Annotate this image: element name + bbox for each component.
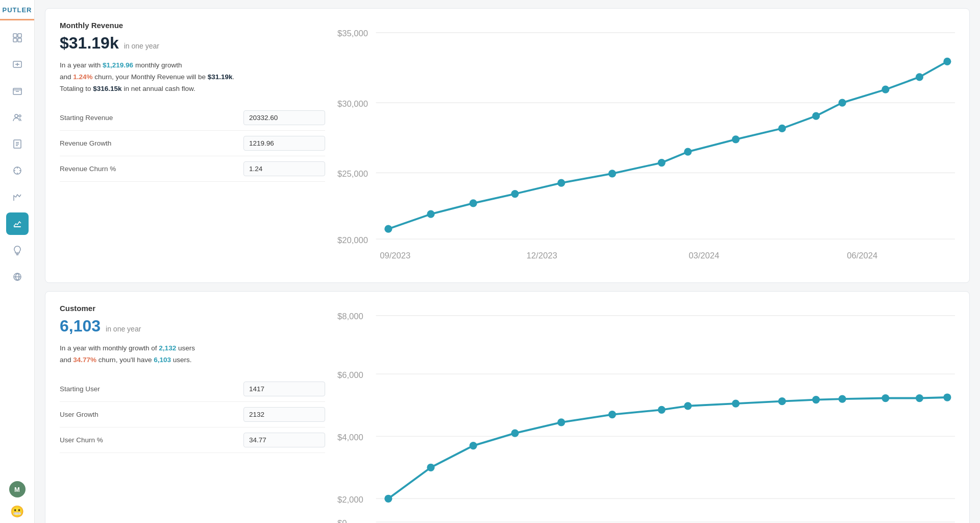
svg-text:$20,000: $20,000	[337, 235, 368, 245]
insights-icon[interactable]	[6, 239, 29, 262]
app-logo: PUTLER	[0, 0, 34, 20]
revenue-card-left: Monthly Revenue $31.19k in one year In a…	[60, 21, 325, 270]
svg-point-24	[557, 179, 565, 187]
svg-point-21	[427, 210, 434, 218]
starting-revenue-label: Starting Revenue	[60, 114, 243, 122]
reports-icon[interactable]	[6, 133, 29, 155]
user-growth-input[interactable]	[243, 407, 325, 422]
svg-point-26	[658, 159, 666, 167]
svg-point-53	[557, 418, 565, 426]
svg-text:$35,000: $35,000	[337, 29, 368, 38]
customer-chart-container: $8,000 $6,000 $4,000 $2,000 $0	[337, 304, 955, 523]
svg-point-63	[943, 393, 951, 401]
customer-description: In a year with monthly growth of 2,132 u…	[60, 343, 325, 366]
revenue-main-value: $31.19k in one year	[60, 34, 325, 53]
revenue-icon[interactable]	[6, 53, 29, 76]
starting-revenue-field: Starting Revenue	[60, 105, 325, 131]
user-churn-label: User Churn %	[60, 436, 243, 444]
revenue-chart: $35,000 $30,000 $25,000 $20,000	[337, 21, 955, 270]
dashboard-icon[interactable]	[6, 27, 29, 49]
customer-chart: $8,000 $6,000 $4,000 $2,000 $0	[337, 304, 955, 523]
svg-text:$0: $0	[337, 518, 347, 523]
svg-text:06/2024: 06/2024	[847, 251, 877, 260]
starting-user-input[interactable]	[243, 382, 325, 396]
svg-point-57	[732, 400, 740, 408]
svg-rect-3	[18, 38, 21, 42]
user-churn-input[interactable]	[243, 433, 325, 447]
svg-text:$6,000: $6,000	[337, 370, 363, 380]
user-growth-label: User Growth	[60, 411, 243, 418]
customers-icon[interactable]	[6, 106, 29, 129]
revenue-churn-label: Revenue Churn %	[60, 165, 243, 173]
main-content: Monthly Revenue $31.19k in one year In a…	[35, 0, 980, 523]
svg-point-59	[812, 396, 820, 403]
svg-text:09/2023: 09/2023	[380, 251, 410, 260]
svg-point-30	[812, 112, 820, 120]
svg-point-29	[778, 125, 786, 132]
svg-point-28	[732, 135, 740, 143]
svg-point-51	[470, 442, 477, 449]
revenue-growth-label: Revenue Growth	[60, 139, 243, 147]
svg-point-25	[608, 170, 616, 177]
svg-rect-2	[13, 38, 17, 42]
svg-point-7	[19, 115, 21, 117]
svg-point-58	[778, 397, 786, 405]
svg-text:$4,000: $4,000	[337, 433, 363, 442]
svg-point-33	[916, 73, 923, 81]
svg-point-34	[943, 58, 951, 65]
forecast-icon[interactable]	[6, 212, 29, 235]
svg-point-31	[839, 99, 846, 107]
customer-card: Customer 6,103 in one year In a year wit…	[45, 291, 970, 523]
svg-text:$30,000: $30,000	[337, 99, 368, 109]
svg-point-20	[384, 225, 392, 233]
user-churn-field: User Churn %	[60, 427, 325, 453]
svg-point-54	[608, 411, 616, 418]
svg-point-23	[511, 190, 519, 198]
global-icon[interactable]	[6, 266, 29, 288]
svg-rect-0	[13, 34, 17, 37]
starting-revenue-input[interactable]	[243, 110, 325, 125]
customer-main-value: 6,103 in one year	[60, 317, 325, 336]
revenue-churn-field: Revenue Churn %	[60, 156, 325, 182]
svg-text:$2,000: $2,000	[337, 495, 363, 505]
svg-point-61	[881, 394, 889, 402]
revenue-card: Monthly Revenue $31.19k in one year In a…	[45, 8, 970, 283]
user-avatar-m[interactable]: M	[9, 481, 26, 497]
svg-rect-1	[18, 34, 21, 37]
svg-text:$25,000: $25,000	[337, 169, 368, 179]
svg-point-27	[684, 148, 692, 156]
svg-text:$8,000: $8,000	[337, 312, 363, 321]
svg-point-55	[658, 406, 666, 414]
revenue-growth-input[interactable]	[243, 136, 325, 151]
svg-point-22	[470, 199, 477, 207]
analytics-icon[interactable]	[6, 186, 29, 208]
revenue-section-title: Monthly Revenue	[60, 21, 325, 30]
svg-point-49	[384, 495, 392, 503]
svg-text:03/2024: 03/2024	[689, 251, 719, 260]
svg-point-62	[916, 394, 923, 402]
svg-point-52	[511, 430, 519, 437]
customer-section-title: Customer	[60, 304, 325, 313]
user-avatar-emoji[interactable]: 😬	[9, 504, 26, 520]
starting-user-field: Starting User	[60, 376, 325, 402]
svg-point-50	[427, 464, 434, 471]
goals-icon[interactable]	[6, 159, 29, 182]
starting-user-label: Starting User	[60, 385, 243, 393]
revenue-churn-input[interactable]	[243, 161, 325, 176]
sidebar: PUTLER M 😬	[0, 0, 35, 523]
svg-point-56	[684, 402, 692, 410]
svg-text:12/2023: 12/2023	[527, 251, 557, 260]
svg-point-6	[15, 114, 18, 117]
svg-point-60	[839, 395, 846, 402]
archive-icon[interactable]	[6, 80, 29, 102]
svg-rect-10	[14, 226, 21, 227]
revenue-growth-field: Revenue Growth	[60, 131, 325, 156]
revenue-description: In a year with $1,219.96 monthly growth …	[60, 60, 325, 95]
user-growth-field: User Growth	[60, 402, 325, 427]
svg-point-32	[881, 86, 889, 93]
customer-card-left: Customer 6,103 in one year In a year wit…	[60, 304, 325, 523]
revenue-chart-container: $35,000 $30,000 $25,000 $20,000	[337, 21, 955, 270]
